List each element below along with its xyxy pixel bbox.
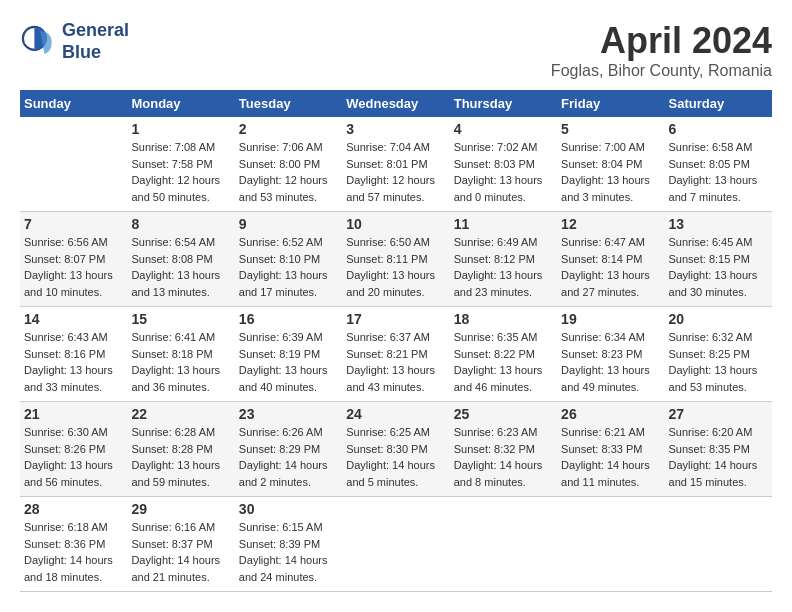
calendar-cell: 26Sunrise: 6:21 AM Sunset: 8:33 PM Dayli… [557, 402, 664, 497]
day-info: Sunrise: 7:08 AM Sunset: 7:58 PM Dayligh… [131, 139, 230, 205]
calendar-header-row: SundayMondayTuesdayWednesdayThursdayFrid… [20, 90, 772, 117]
calendar-cell: 1Sunrise: 7:08 AM Sunset: 7:58 PM Daylig… [127, 117, 234, 212]
calendar-cell: 29Sunrise: 6:16 AM Sunset: 8:37 PM Dayli… [127, 497, 234, 592]
calendar-cell: 24Sunrise: 6:25 AM Sunset: 8:30 PM Dayli… [342, 402, 449, 497]
day-info: Sunrise: 6:16 AM Sunset: 8:37 PM Dayligh… [131, 519, 230, 585]
title-section: April 2024 Foglas, Bihor County, Romania [551, 20, 772, 80]
calendar-header-cell: Tuesday [235, 90, 342, 117]
logo-text: General Blue [62, 20, 129, 63]
calendar-cell: 21Sunrise: 6:30 AM Sunset: 8:26 PM Dayli… [20, 402, 127, 497]
day-info: Sunrise: 6:47 AM Sunset: 8:14 PM Dayligh… [561, 234, 660, 300]
day-info: Sunrise: 6:58 AM Sunset: 8:05 PM Dayligh… [669, 139, 768, 205]
calendar-cell: 10Sunrise: 6:50 AM Sunset: 8:11 PM Dayli… [342, 212, 449, 307]
calendar-cell: 28Sunrise: 6:18 AM Sunset: 8:36 PM Dayli… [20, 497, 127, 592]
day-info: Sunrise: 6:39 AM Sunset: 8:19 PM Dayligh… [239, 329, 338, 395]
day-info: Sunrise: 6:41 AM Sunset: 8:18 PM Dayligh… [131, 329, 230, 395]
calendar-header-cell: Saturday [665, 90, 772, 117]
logo-icon [20, 24, 56, 60]
day-number: 30 [239, 501, 338, 517]
page-header: General Blue April 2024 Foglas, Bihor Co… [20, 20, 772, 80]
calendar-week-row: 28Sunrise: 6:18 AM Sunset: 8:36 PM Dayli… [20, 497, 772, 592]
calendar-cell: 19Sunrise: 6:34 AM Sunset: 8:23 PM Dayli… [557, 307, 664, 402]
day-info: Sunrise: 6:50 AM Sunset: 8:11 PM Dayligh… [346, 234, 445, 300]
day-info: Sunrise: 7:06 AM Sunset: 8:00 PM Dayligh… [239, 139, 338, 205]
day-info: Sunrise: 6:21 AM Sunset: 8:33 PM Dayligh… [561, 424, 660, 490]
calendar-cell: 14Sunrise: 6:43 AM Sunset: 8:16 PM Dayli… [20, 307, 127, 402]
day-info: Sunrise: 6:34 AM Sunset: 8:23 PM Dayligh… [561, 329, 660, 395]
calendar-cell: 15Sunrise: 6:41 AM Sunset: 8:18 PM Dayli… [127, 307, 234, 402]
calendar-header-cell: Sunday [20, 90, 127, 117]
calendar-cell [20, 117, 127, 212]
calendar-cell: 3Sunrise: 7:04 AM Sunset: 8:01 PM Daylig… [342, 117, 449, 212]
day-number: 2 [239, 121, 338, 137]
calendar-cell: 17Sunrise: 6:37 AM Sunset: 8:21 PM Dayli… [342, 307, 449, 402]
calendar-header-cell: Monday [127, 90, 234, 117]
month-title: April 2024 [551, 20, 772, 62]
day-number: 6 [669, 121, 768, 137]
calendar-cell: 22Sunrise: 6:28 AM Sunset: 8:28 PM Dayli… [127, 402, 234, 497]
calendar-cell [450, 497, 557, 592]
day-info: Sunrise: 6:56 AM Sunset: 8:07 PM Dayligh… [24, 234, 123, 300]
calendar-cell: 13Sunrise: 6:45 AM Sunset: 8:15 PM Dayli… [665, 212, 772, 307]
day-number: 18 [454, 311, 553, 327]
day-number: 4 [454, 121, 553, 137]
day-number: 15 [131, 311, 230, 327]
calendar-header-cell: Thursday [450, 90, 557, 117]
logo: General Blue [20, 20, 129, 63]
day-info: Sunrise: 6:25 AM Sunset: 8:30 PM Dayligh… [346, 424, 445, 490]
day-number: 16 [239, 311, 338, 327]
calendar-cell: 25Sunrise: 6:23 AM Sunset: 8:32 PM Dayli… [450, 402, 557, 497]
day-info: Sunrise: 6:26 AM Sunset: 8:29 PM Dayligh… [239, 424, 338, 490]
day-number: 11 [454, 216, 553, 232]
calendar-cell: 12Sunrise: 6:47 AM Sunset: 8:14 PM Dayli… [557, 212, 664, 307]
day-number: 19 [561, 311, 660, 327]
day-number: 25 [454, 406, 553, 422]
day-number: 29 [131, 501, 230, 517]
day-info: Sunrise: 6:49 AM Sunset: 8:12 PM Dayligh… [454, 234, 553, 300]
day-info: Sunrise: 6:32 AM Sunset: 8:25 PM Dayligh… [669, 329, 768, 395]
day-number: 24 [346, 406, 445, 422]
day-number: 26 [561, 406, 660, 422]
day-number: 22 [131, 406, 230, 422]
day-info: Sunrise: 6:30 AM Sunset: 8:26 PM Dayligh… [24, 424, 123, 490]
calendar-cell: 23Sunrise: 6:26 AM Sunset: 8:29 PM Dayli… [235, 402, 342, 497]
calendar-cell [342, 497, 449, 592]
day-info: Sunrise: 6:18 AM Sunset: 8:36 PM Dayligh… [24, 519, 123, 585]
day-number: 9 [239, 216, 338, 232]
day-info: Sunrise: 6:52 AM Sunset: 8:10 PM Dayligh… [239, 234, 338, 300]
calendar-table: SundayMondayTuesdayWednesdayThursdayFrid… [20, 90, 772, 592]
calendar-week-row: 14Sunrise: 6:43 AM Sunset: 8:16 PM Dayli… [20, 307, 772, 402]
day-info: Sunrise: 6:45 AM Sunset: 8:15 PM Dayligh… [669, 234, 768, 300]
day-info: Sunrise: 6:37 AM Sunset: 8:21 PM Dayligh… [346, 329, 445, 395]
calendar-header-cell: Wednesday [342, 90, 449, 117]
day-info: Sunrise: 6:35 AM Sunset: 8:22 PM Dayligh… [454, 329, 553, 395]
day-number: 8 [131, 216, 230, 232]
calendar-cell [665, 497, 772, 592]
day-number: 7 [24, 216, 123, 232]
calendar-cell: 4Sunrise: 7:02 AM Sunset: 8:03 PM Daylig… [450, 117, 557, 212]
calendar-header-cell: Friday [557, 90, 664, 117]
calendar-week-row: 1Sunrise: 7:08 AM Sunset: 7:58 PM Daylig… [20, 117, 772, 212]
day-number: 20 [669, 311, 768, 327]
day-number: 10 [346, 216, 445, 232]
day-info: Sunrise: 6:20 AM Sunset: 8:35 PM Dayligh… [669, 424, 768, 490]
calendar-cell: 5Sunrise: 7:00 AM Sunset: 8:04 PM Daylig… [557, 117, 664, 212]
day-number: 12 [561, 216, 660, 232]
day-number: 21 [24, 406, 123, 422]
day-info: Sunrise: 6:43 AM Sunset: 8:16 PM Dayligh… [24, 329, 123, 395]
calendar-cell: 7Sunrise: 6:56 AM Sunset: 8:07 PM Daylig… [20, 212, 127, 307]
day-info: Sunrise: 7:02 AM Sunset: 8:03 PM Dayligh… [454, 139, 553, 205]
day-number: 13 [669, 216, 768, 232]
day-number: 28 [24, 501, 123, 517]
day-info: Sunrise: 7:04 AM Sunset: 8:01 PM Dayligh… [346, 139, 445, 205]
day-number: 3 [346, 121, 445, 137]
calendar-cell [557, 497, 664, 592]
calendar-week-row: 21Sunrise: 6:30 AM Sunset: 8:26 PM Dayli… [20, 402, 772, 497]
day-info: Sunrise: 6:54 AM Sunset: 8:08 PM Dayligh… [131, 234, 230, 300]
day-number: 27 [669, 406, 768, 422]
calendar-cell: 9Sunrise: 6:52 AM Sunset: 8:10 PM Daylig… [235, 212, 342, 307]
day-info: Sunrise: 6:28 AM Sunset: 8:28 PM Dayligh… [131, 424, 230, 490]
calendar-cell: 16Sunrise: 6:39 AM Sunset: 8:19 PM Dayli… [235, 307, 342, 402]
calendar-cell: 27Sunrise: 6:20 AM Sunset: 8:35 PM Dayli… [665, 402, 772, 497]
calendar-body: 1Sunrise: 7:08 AM Sunset: 7:58 PM Daylig… [20, 117, 772, 592]
